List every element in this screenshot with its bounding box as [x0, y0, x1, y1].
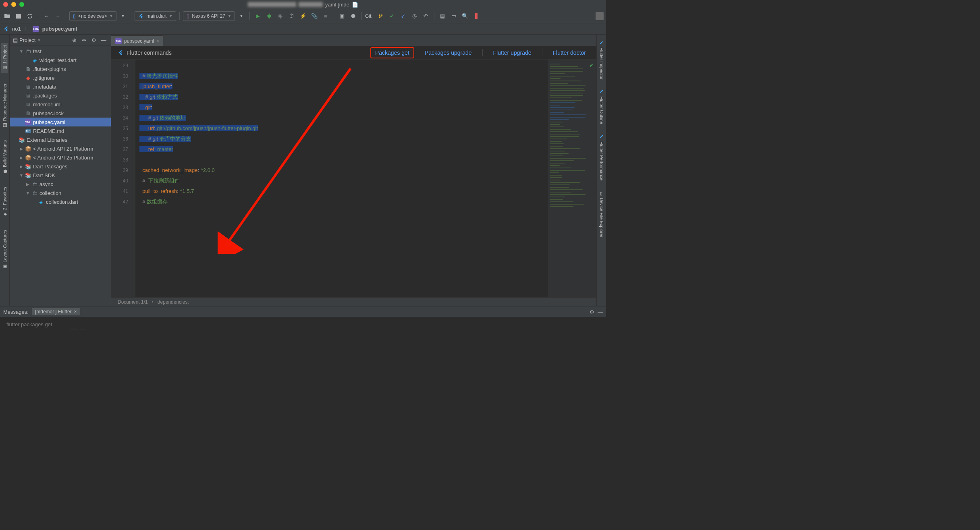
phone-icon: ▯: [73, 13, 76, 19]
tree-row[interactable]: ▶📚Dart Packages: [10, 162, 111, 171]
run-anything-icon[interactable]: ▭: [449, 11, 459, 21]
breadcrumb-seg-file[interactable]: pubspec.yaml: [42, 26, 77, 32]
device-file-explorer-tab[interactable]: ▯Device File Explorer: [598, 188, 605, 240]
tree-row[interactable]: ◈collection.dart: [10, 197, 111, 206]
tree-row[interactable]: ▼🗀collection: [10, 188, 111, 197]
tree-row[interactable]: 🗎mdemo1.iml: [10, 100, 111, 109]
collapse-icon[interactable]: ⇔: [82, 37, 88, 43]
tree-row[interactable]: YMLpubspec.yaml: [10, 118, 111, 126]
resource-manager-tab[interactable]: 🖼Resource Manager: [2, 81, 8, 130]
breadcrumb: no1 〉 YML pubspec.yaml: [0, 23, 606, 35]
minimap[interactable]: ✔: [548, 60, 596, 297]
device-selector[interactable]: ▯ <no devices> ▼: [69, 11, 116, 21]
favorites-tab[interactable]: ★2: Favorites: [1, 184, 8, 219]
device-selector-label: <no devices>: [78, 13, 107, 19]
git-branch-icon[interactable]: [376, 11, 386, 21]
breadcrumb-seg-project[interactable]: no1: [12, 26, 21, 32]
project-tool-tab[interactable]: ▤1: Project: [1, 43, 8, 73]
back-icon[interactable]: ←: [42, 11, 51, 21]
sdk-icon[interactable]: ⬢: [349, 11, 358, 21]
avd-icon[interactable]: ▣: [337, 11, 347, 21]
messages-line: flutter packages get: [6, 320, 600, 329]
window-controls: [3, 2, 24, 7]
zoom-window-button[interactable]: [19, 2, 24, 7]
svg-point-0: [268, 14, 271, 18]
project-panel: ▤ Project ▼ ⊕ ⇔ ⚙ — ▼🗀test◈widget_test.d…: [10, 35, 111, 306]
tree-row[interactable]: ◈widget_test.dart: [10, 56, 111, 64]
code-editor[interactable]: # 极光推送插件 jpush_flutter: # git 依赖方式 git: …: [135, 60, 548, 297]
device-dropdown-icon[interactable]: ▼: [118, 11, 128, 21]
tree-row[interactable]: 🗎.packages: [10, 91, 111, 100]
build-variants-tab[interactable]: ⬢Build Variants: [1, 138, 8, 176]
attach-icon[interactable]: 📎: [309, 11, 319, 21]
tree-row[interactable]: 📚External Libraries: [10, 135, 111, 144]
right-tool-stripe: Flutter Inspector Flutter Outline Flutte…: [596, 35, 606, 306]
editor-area: YML pubspec.yaml × Flutter commands Pack…: [111, 35, 596, 306]
tree-row[interactable]: ▶📦< Android API 21 Platform: [10, 144, 111, 153]
profile-icon[interactable]: ⏱: [287, 11, 297, 21]
doc-position: Document 1/1: [118, 299, 148, 305]
tree-row[interactable]: ▼🗀test: [10, 47, 111, 56]
tree-row[interactable]: ▼📚Dart SDK: [10, 171, 111, 180]
search-icon[interactable]: 🔍: [460, 11, 470, 21]
history-icon[interactable]: ◷: [410, 11, 419, 21]
hide-icon[interactable]: —: [598, 309, 603, 315]
editor-tabs: YML pubspec.yaml ×: [111, 35, 596, 46]
flutter-performance-tab[interactable]: Flutter Performance: [598, 132, 605, 183]
locate-icon[interactable]: ⊕: [72, 37, 79, 43]
tree-row[interactable]: MDREADME.md: [10, 126, 111, 135]
flutter-outline-tab[interactable]: Flutter Outline: [598, 87, 605, 126]
stop-icon[interactable]: ■: [321, 11, 330, 21]
messages-tab-flutter[interactable]: [mdemo1] Flutter×: [32, 308, 80, 315]
forward-icon[interactable]: →: [53, 11, 62, 21]
editor-tab-pubspec[interactable]: YML pubspec.yaml ×: [111, 35, 163, 46]
messages-output[interactable]: flutter packages get Running "flutter pu…: [0, 317, 606, 329]
tree-row[interactable]: 🗎.flutter-plugins: [10, 64, 111, 73]
git-label: Git:: [365, 13, 373, 19]
minimize-window-button[interactable]: [11, 2, 16, 7]
tree-row[interactable]: 🗎pubspec.lock: [10, 109, 111, 118]
messages-line: Running "flutter pub get" in 1...: [6, 329, 600, 329]
flutter-icon: [3, 26, 9, 32]
run-icon[interactable]: ▶: [253, 11, 263, 21]
project-panel-header: ▤ Project ▼ ⊕ ⇔ ⚙ —: [10, 35, 111, 46]
line-number-gutter: 2930313233343536373839404142: [111, 60, 135, 297]
layout-captures-tab[interactable]: ▣Layout Captures: [1, 228, 8, 272]
packages-upgrade-button[interactable]: Packages upgrade: [421, 48, 476, 58]
tree-row[interactable]: ◆.gitignore: [10, 73, 111, 82]
settings-icon[interactable]: ⚙: [91, 37, 98, 43]
gear-icon[interactable]: ⚙: [590, 309, 594, 315]
emulator-dropdown-icon[interactable]: ▼: [237, 11, 246, 21]
memory-icon[interactable]: [471, 11, 481, 21]
tree-row[interactable]: ▶🗀async: [10, 180, 111, 188]
editor-tab-label: pubspec.yaml: [124, 38, 154, 44]
run-config-selector[interactable]: main.dart ▼: [135, 11, 176, 21]
project-view-icon: ▤: [13, 37, 18, 43]
flutter-doctor-button[interactable]: Flutter doctor: [549, 48, 590, 58]
yaml-icon: YML: [33, 26, 39, 32]
commit-icon[interactable]: ✔: [387, 11, 397, 21]
coverage-icon[interactable]: ◉: [276, 11, 285, 21]
hot-reload-icon[interactable]: ⚡: [298, 11, 308, 21]
packages-get-button[interactable]: Packages get: [370, 47, 414, 58]
project-panel-title: Project: [19, 37, 35, 43]
close-tab-icon[interactable]: ×: [156, 38, 159, 44]
tree-row[interactable]: ▶📦< Android API 25 Platform: [10, 153, 111, 162]
sync-icon[interactable]: [25, 11, 35, 21]
emulator-selector[interactable]: ▯ Nexus 6 API 27 ▼: [183, 11, 235, 21]
flutter-upgrade-button[interactable]: Flutter upgrade: [489, 48, 536, 58]
project-tree[interactable]: ▼🗀test◈widget_test.dart🗎.flutter-plugins…: [10, 46, 111, 306]
project-structure-icon[interactable]: ▤: [438, 11, 447, 21]
update-icon[interactable]: ↙: [399, 11, 408, 21]
open-icon[interactable]: [2, 11, 12, 21]
rollback-icon[interactable]: ↶: [421, 11, 431, 21]
avatar[interactable]: [596, 12, 604, 20]
flutter-inspector-tab[interactable]: Flutter Inspector: [598, 39, 605, 82]
tree-row[interactable]: 🗎.metadata: [10, 82, 111, 91]
save-icon[interactable]: [14, 11, 23, 21]
close-icon[interactable]: ×: [74, 309, 77, 315]
debug-icon[interactable]: [264, 11, 274, 21]
yaml-icon: YML: [115, 38, 122, 44]
close-window-button[interactable]: [3, 2, 8, 7]
hide-icon[interactable]: —: [101, 37, 108, 43]
